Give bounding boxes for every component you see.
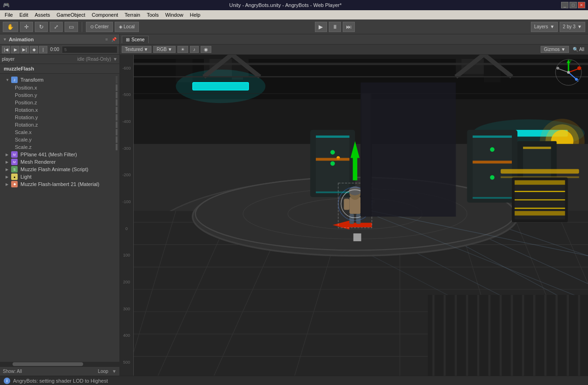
prop-divider[interactable] [116,114,118,121]
tool-move[interactable]: ✛ [20,22,33,32]
animation-controls: |◀ ▶ ▶| ◆ | 0:00 5 [0,45,119,55]
svg-point-132 [567,71,570,74]
scene-canvas[interactable]: -600 -500 -400 -300 -200 -100 0 100 200 … [120,55,588,376]
position-x-label: Position.x [15,85,37,90]
panel-collapse-icon[interactable]: ▼ [3,37,7,42]
tool-hand[interactable]: ✋ [3,22,18,32]
mesh-renderer-label: Mesh Renderer [20,159,56,165]
anim-next-keyframe[interactable]: ▶| [20,46,29,53]
layers-dropdown[interactable]: Layers ▼ [531,22,558,32]
panel-pin-icon[interactable]: 📌 [111,37,117,42]
animation-footer: Show: All Loop ▼ [0,366,119,376]
menu-window[interactable]: Window [163,11,186,19]
svg-line-124 [568,69,579,72]
transform-divider[interactable] [116,76,118,83]
anim-timeline-ruler[interactable]: 5 [62,46,118,53]
scale-x-label: Scale.x [15,129,32,135]
tree-item-scale-z[interactable]: Scale.z [0,143,119,151]
panel-options-icon[interactable]: ≡ [105,37,108,42]
anim-ruler-end: 5 [64,47,66,52]
tree-item-rotation-y[interactable]: Rotation.y [0,114,119,121]
tree-item-rotation-x[interactable]: Rotation.x [0,106,119,114]
material-arrow-icon: ▶ [6,182,10,186]
ruler-value-100: -100 [122,199,131,204]
anim-scroll-thumb[interactable] [13,362,83,366]
scene-audio-toggle[interactable]: ♪ [190,46,199,53]
local-button[interactable]: ◈ Local [115,22,139,32]
anim-state-arrow[interactable]: ▼ [113,57,118,62]
svg-rect-76 [523,147,551,149]
anim-play-button[interactable]: ▶ [11,46,20,53]
prop-divider[interactable] [116,129,118,135]
scene-svg [120,55,588,376]
tree-item-transform[interactable]: ▼ J Transform [0,76,119,84]
menu-bar: File Edit Assets GameObject Component Te… [0,10,588,19]
tree-item-muzzle-script[interactable]: ▶ S Muzzle Flash Animate (Script) [0,166,119,173]
menu-gameobject[interactable]: GameObject [54,11,88,19]
layers-label: Layers [534,24,548,29]
pause-button[interactable]: ⏸ [329,22,341,32]
tree-item-scale-y[interactable]: Scale.y [0,136,119,143]
anim-add-key[interactable]: ◆ [30,46,38,53]
gizmos-button[interactable]: Gizmos ▼ [541,46,569,53]
tree-item-pplane[interactable]: ▶ M PPlane 441 (Mesh Filter) [0,151,119,158]
close-button[interactable]: ✕ [578,2,585,8]
menu-component[interactable]: Component [89,11,121,19]
scene-tab[interactable]: ⊞ Scene [122,36,149,43]
anim-prev-keyframe[interactable]: |◀ [2,46,10,53]
maximize-button[interactable]: □ [569,2,577,8]
svg-point-72 [490,148,495,152]
menu-terrain[interactable]: Terrain [122,11,143,19]
layout-dropdown[interactable]: 2 by 3 ▼ [560,22,585,32]
ruler-value-500: -500 [122,92,131,97]
tree-item-scale-x[interactable]: Scale.x [0,128,119,136]
scene-view-panel: ⊞ Scene Textured ▼ RGB ▼ ☀ ♪ ◉ [120,34,588,376]
loop-arrow-icon[interactable]: ▼ [112,369,117,374]
menu-tools[interactable]: Tools [144,11,162,19]
tree-item-light[interactable]: ▶ ● Light [0,173,119,180]
prop-divider[interactable] [116,107,118,113]
muzzle-script-arrow-icon: ▶ [6,167,10,172]
prop-divider[interactable] [116,144,118,150]
tree-item-material[interactable]: ▶ ◆ Muzzle Flash-lambert 21 (Material) [0,180,119,188]
tool-rotate[interactable]: ↻ [35,22,48,32]
color-space-dropdown[interactable]: RGB ▼ [153,46,176,53]
anim-add-event[interactable]: | [39,46,47,53]
anim-scrollbar-h[interactable] [0,362,119,366]
center-button[interactable]: ⊙ Center [86,22,113,32]
tool-rect[interactable]: ▭ [65,22,78,32]
material-label: Muzzle Flash-lambert 21 (Material) [20,181,99,187]
ruler-value-400: -400 [122,119,131,124]
tool-scale[interactable]: ⤢ [50,22,63,32]
ruler-value-0: 0 [125,226,128,231]
pivot-icon: ⊙ [90,24,94,29]
menu-file[interactable]: File [2,11,16,19]
window-controls: _ □ ✕ [561,2,585,8]
menu-edit[interactable]: Edit [17,11,31,19]
prop-divider[interactable] [116,136,118,143]
menu-assets[interactable]: Assets [32,11,53,19]
scene-lighting-toggle[interactable]: ☀ [177,46,188,53]
layout-label: 2 by 3 [563,24,575,29]
prop-divider[interactable] [116,92,118,98]
tree-item-position-z[interactable]: Position.z [0,99,119,106]
prop-divider[interactable] [116,122,118,128]
minimize-button[interactable]: _ [561,2,568,8]
material-icon: ◆ [11,181,18,187]
svg-rect-99 [353,233,361,241]
toolbar-separator-1 [82,22,82,32]
color-space-arrow-icon: ▼ [168,47,172,52]
menu-help[interactable]: Help [187,11,203,19]
play-button[interactable]: ▶ [315,22,327,32]
tree-item-position-y[interactable]: Position.y [0,91,119,99]
step-button[interactable]: ⏭ [343,22,355,32]
tree-item-rotation-z[interactable]: Rotation.z [0,121,119,128]
prop-divider[interactable] [116,99,118,106]
tree-item-mesh-renderer[interactable]: ▶ M Mesh Renderer [0,158,119,166]
prop-divider[interactable] [116,84,118,91]
selected-object-row: muzzleFlash [0,64,119,74]
tree-item-position-x[interactable]: Position.x [0,84,119,91]
render-mode-dropdown[interactable]: Textured ▼ [122,46,151,53]
scene-view-controls: Textured ▼ RGB ▼ ☀ ♪ ◉ Gizmos ▼ 🔍 [120,45,588,55]
scene-fx-toggle[interactable]: ◉ [201,46,211,53]
